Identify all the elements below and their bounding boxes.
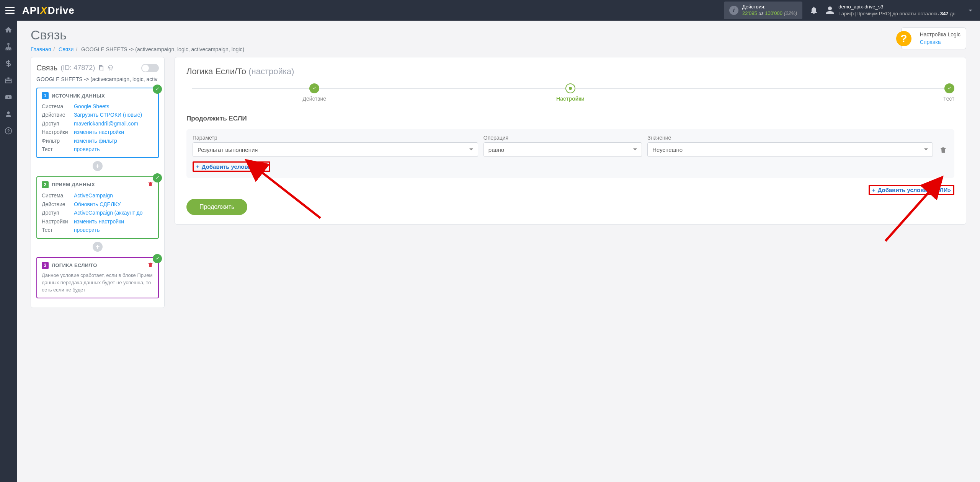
logic-desc: Данное условие сработает, если в блоке П… xyxy=(42,272,154,294)
svg-text:?: ? xyxy=(7,128,10,133)
step-test[interactable]: Тест xyxy=(698,83,954,102)
chevron-down-icon[interactable] xyxy=(966,6,975,15)
step-settings[interactable]: Настройки xyxy=(443,83,699,102)
check-icon xyxy=(153,173,162,182)
bell-icon[interactable] xyxy=(809,6,818,15)
trash-icon[interactable] xyxy=(939,146,947,154)
step-action[interactable]: Действие xyxy=(186,83,443,102)
logic-block[interactable]: 3ЛОГИКА ЕСЛИ/ТО Данное условие сработает… xyxy=(36,257,159,298)
condition-group: Параметр Результат выполнения Операция р… xyxy=(186,129,954,178)
menu-icon[interactable] xyxy=(5,7,15,14)
home-icon[interactable] xyxy=(5,26,12,34)
add-or-button[interactable]: +Добавить условие «ИЛИ» xyxy=(869,185,954,195)
add-between-2[interactable]: + xyxy=(93,242,103,252)
check-icon xyxy=(153,85,162,94)
add-and-button[interactable]: +Добавить условие «И» xyxy=(193,161,270,172)
top-header: APIXDrive i Действия: 22'095 из 100'000 … xyxy=(0,0,980,21)
main-panel: Логика Если/То (настройка) Действие Наст… xyxy=(175,57,966,225)
conn-subtitle: GOOGLE SHEETS -> (activecampaign, logic,… xyxy=(36,76,159,82)
breadcrumb: Главная/ Связи/ GOOGLE SHEETS -> (active… xyxy=(31,46,966,52)
source-block[interactable]: 1ИСТОЧНИК ДАННЫХ СистемаGoogle Sheets Де… xyxy=(36,88,159,158)
dollar-icon[interactable] xyxy=(5,60,12,67)
enable-toggle[interactable] xyxy=(141,64,159,72)
profile-icon[interactable] xyxy=(5,110,12,118)
actions-counter[interactable]: i Действия: 22'095 из 100'000 (22%) xyxy=(724,2,802,19)
label-op: Операция xyxy=(483,135,642,141)
panel-title: Логика Если/То (настройка) xyxy=(186,67,954,77)
bc-current: GOOGLE SHEETS -> (activecampaign, logic,… xyxy=(81,46,244,52)
help-title: Настройка Logic xyxy=(920,31,960,39)
connection-sidebar: Связь (ID: 47872) GOOGLE SHEETS -> (acti… xyxy=(31,57,165,308)
dest-block[interactable]: 2ПРИЕМ ДАННЫХ СистемаActiveCampaign Дейс… xyxy=(36,176,159,239)
continue-button[interactable]: Продолжить xyxy=(186,199,247,215)
side-rail: ? xyxy=(0,21,17,316)
gear-icon[interactable] xyxy=(107,65,113,71)
check-icon xyxy=(153,254,162,263)
info-icon: i xyxy=(729,6,738,15)
help-icon[interactable]: ? xyxy=(5,127,12,135)
help-link[interactable]: Справка xyxy=(920,39,960,46)
bc-home[interactable]: Главная xyxy=(31,46,51,52)
conn-title: Связь xyxy=(36,64,57,72)
svg-point-1 xyxy=(7,111,10,114)
actions-label: Действия: xyxy=(742,4,797,10)
add-between-1[interactable]: + xyxy=(93,161,103,171)
bc-links[interactable]: Связи xyxy=(59,46,74,52)
video-icon[interactable] xyxy=(5,93,12,101)
copy-icon[interactable] xyxy=(98,65,104,71)
user-icon xyxy=(825,6,835,15)
sitemap-icon[interactable] xyxy=(5,43,12,50)
continue-if-title: Продолжить ЕСЛИ xyxy=(186,115,954,122)
conn-id: (ID: 47872) xyxy=(60,64,95,72)
logo[interactable]: APIXDrive xyxy=(22,5,75,16)
stepper: Действие Настройки Тест xyxy=(186,83,954,102)
page-title: Связь xyxy=(31,28,966,42)
help-card[interactable]: ? Настройка Logic Справка xyxy=(901,28,966,49)
briefcase-icon[interactable] xyxy=(5,77,12,84)
help-question-icon: ? xyxy=(896,31,911,46)
svg-line-5 xyxy=(885,189,931,241)
user-name: demo_apix-drive_s3 xyxy=(838,3,956,10)
label-val: Значение xyxy=(647,135,933,141)
select-param[interactable]: Результат выполнения xyxy=(193,142,478,157)
user-menu[interactable]: demo_apix-drive_s3 Тариф |Премиум PRO| д… xyxy=(825,3,956,17)
trash-icon[interactable] xyxy=(147,181,154,188)
label-param: Параметр xyxy=(193,135,478,141)
select-op[interactable]: равно xyxy=(483,142,642,157)
trash-icon[interactable] xyxy=(147,262,154,269)
select-val[interactable]: Неуспешно xyxy=(647,142,933,157)
